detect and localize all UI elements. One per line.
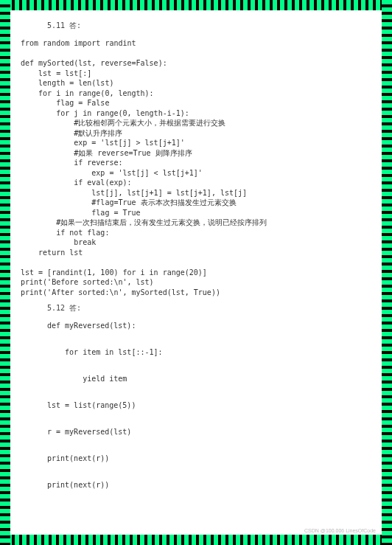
code-block-511: from random import randint def mySorted(…	[21, 38, 371, 297]
watermark-text: CSDN @100.006 LinesOfCode	[304, 528, 376, 533]
code-block-512: def myReversed(lst): for item in lst[::-…	[47, 319, 371, 492]
section-heading-511: 5.11 答:	[47, 21, 371, 31]
page-content: 5.11 答: from random import randint def m…	[10, 10, 382, 535]
section-heading-512: 5.12 答:	[47, 303, 371, 313]
